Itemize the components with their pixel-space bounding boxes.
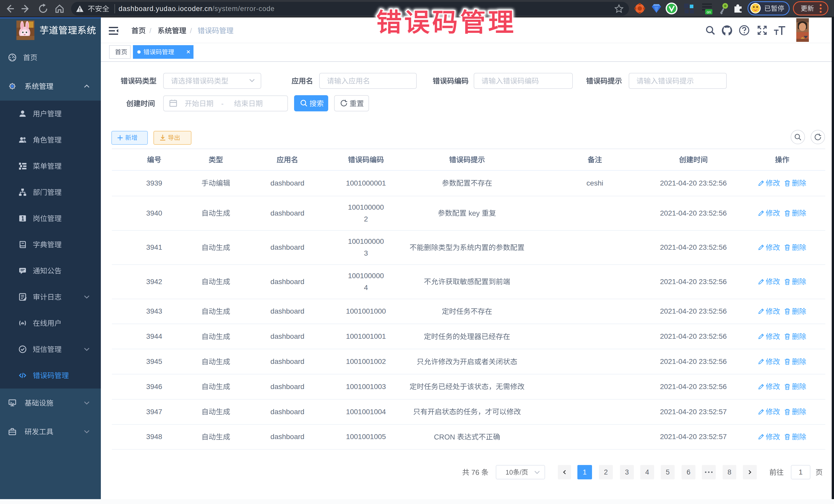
svg-text:on: on bbox=[707, 10, 711, 14]
